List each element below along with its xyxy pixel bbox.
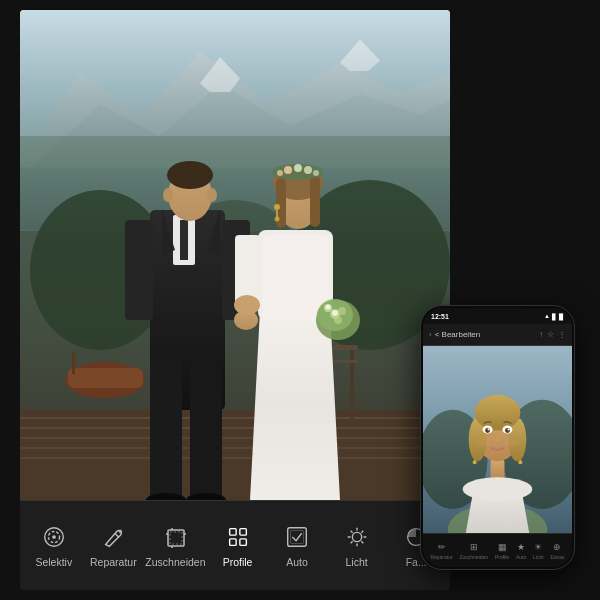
- svg-point-59: [294, 164, 302, 172]
- svg-rect-56: [310, 175, 320, 227]
- phone-back-button[interactable]: ‹: [429, 330, 432, 339]
- phone-tool-reparatur[interactable]: ✏ Reparatur: [430, 542, 452, 560]
- reparatur-icon: [99, 523, 127, 551]
- svg-point-60: [304, 166, 312, 174]
- phone-toolbar: ✏ Reparatur ⊞ Zuschneiden ▦ Profile ★ Au…: [423, 533, 572, 567]
- svg-point-34: [207, 188, 217, 202]
- svg-point-32: [167, 161, 213, 189]
- svg-point-63: [274, 204, 280, 210]
- phone-licht-label: Licht: [533, 554, 544, 560]
- phone-photo-area[interactable]: [423, 346, 572, 533]
- phone-overlay: 12:51 ▲ ▊ ▉ ‹ < Bearbeiten ↑ ☆ ⋮: [420, 305, 575, 570]
- zuschneiden-icon: [161, 523, 189, 551]
- phone-app-header: ‹ < Bearbeiten ↑ ☆ ⋮: [423, 324, 572, 346]
- svg-line-86: [350, 541, 352, 543]
- svg-line-83: [350, 531, 352, 533]
- svg-point-44: [234, 295, 260, 315]
- tool-auto[interactable]: Auto: [270, 523, 325, 568]
- phone-profile-icon: ▦: [498, 542, 507, 552]
- phone-auto-label: Auto: [516, 554, 526, 560]
- svg-rect-30: [180, 220, 188, 260]
- svg-rect-75: [239, 539, 246, 546]
- phone-profile-label: Profile: [495, 554, 509, 560]
- svg-line-85: [361, 531, 363, 533]
- svg-rect-23: [72, 352, 75, 374]
- tool-zuschneiden[interactable]: Zuschneiden: [145, 523, 205, 568]
- svg-point-118: [476, 439, 490, 447]
- phone-header-title: < Bearbeiten: [435, 330, 481, 339]
- svg-point-50: [334, 316, 342, 324]
- svg-rect-42: [262, 235, 329, 320]
- svg-marker-40: [250, 310, 340, 500]
- phone-header-action-icons: ↑ ☆ ⋮: [539, 330, 566, 339]
- phone-tool-zuschneiden[interactable]: ⊞ Zuschneiden: [459, 542, 488, 560]
- tool-licht[interactable]: Licht: [329, 523, 384, 568]
- svg-point-113: [485, 428, 490, 433]
- zuschneiden-label: Zuschneiden: [145, 556, 205, 568]
- svg-point-58: [284, 166, 292, 174]
- phone-screen: 12:51 ▲ ▊ ▉ ‹ < Bearbeiten ↑ ☆ ⋮: [423, 308, 572, 567]
- svg-point-117: [494, 437, 502, 442]
- auto-label: Auto: [286, 556, 308, 568]
- svg-rect-37: [125, 220, 153, 320]
- phone-tool-auto[interactable]: ★ Auto: [516, 542, 526, 560]
- selektiv-icon: [40, 523, 68, 551]
- svg-point-110: [475, 395, 521, 431]
- svg-point-69: [119, 530, 123, 534]
- tool-selektiv[interactable]: Selektiv: [26, 523, 81, 568]
- phone-licht-icon: ☀: [534, 542, 542, 552]
- svg-point-115: [488, 429, 490, 431]
- phone-reparatur-icon: ✏: [438, 542, 446, 552]
- phone-zuschneiden-icon: ⊞: [470, 542, 478, 552]
- editor-toolbar: Selektiv Reparatur: [20, 500, 450, 590]
- phone-reparatur-label: Reparatur: [430, 554, 452, 560]
- signal-icon: ▊: [552, 313, 557, 320]
- phone-header-left: ‹ < Bearbeiten: [429, 330, 480, 339]
- wifi-icon: ▲: [544, 313, 550, 319]
- svg-rect-26: [190, 360, 222, 500]
- svg-point-62: [313, 170, 319, 176]
- svg-rect-74: [229, 539, 236, 546]
- phone-zuschneiden-label: Zuschneiden: [459, 554, 488, 560]
- svg-point-116: [507, 429, 509, 431]
- photo-area[interactable]: [20, 10, 450, 500]
- svg-line-84: [361, 541, 363, 543]
- svg-point-51: [332, 310, 338, 316]
- svg-rect-11: [20, 410, 450, 500]
- scene: Selektiv Reparatur: [0, 0, 600, 600]
- battery-icon: ▉: [559, 313, 564, 320]
- svg-point-49: [338, 307, 346, 315]
- svg-point-61: [277, 170, 283, 176]
- phone-tool-extras[interactable]: ⊕ Extras: [550, 542, 564, 560]
- profile-label: Profile: [223, 556, 253, 568]
- phone-share-icon[interactable]: ↑: [539, 330, 543, 339]
- svg-rect-22: [68, 368, 143, 388]
- tool-reparatur[interactable]: Reparatur: [86, 523, 141, 568]
- wedding-scene-svg: [20, 10, 450, 500]
- svg-point-119: [505, 439, 519, 447]
- svg-rect-73: [239, 529, 246, 536]
- selektiv-label: Selektiv: [35, 556, 72, 568]
- phone-auto-icon: ★: [517, 542, 525, 552]
- svg-rect-99: [491, 459, 505, 479]
- licht-icon: [343, 523, 371, 551]
- phone-more-icon[interactable]: ⋮: [558, 330, 566, 339]
- phone-time: 12:51: [431, 313, 449, 320]
- phone-star-icon[interactable]: ☆: [547, 330, 554, 339]
- svg-rect-25: [150, 360, 182, 500]
- phone-extras-label: Extras: [550, 554, 564, 560]
- svg-rect-72: [229, 529, 236, 536]
- phone-tool-licht[interactable]: ☀ Licht: [533, 542, 544, 560]
- svg-point-52: [326, 305, 331, 310]
- svg-rect-18: [350, 345, 354, 420]
- tool-profile[interactable]: Profile: [210, 523, 265, 568]
- phone-status-icons: ▲ ▊ ▉: [544, 313, 564, 320]
- main-editor-panel: Selektiv Reparatur: [20, 10, 450, 590]
- phone-status-bar: 12:51 ▲ ▊ ▉: [423, 308, 572, 324]
- svg-point-65: [275, 217, 280, 222]
- phone-tool-profile[interactable]: ▦ Profile: [495, 542, 509, 560]
- auto-icon: [283, 523, 311, 551]
- svg-rect-43: [235, 235, 260, 305]
- svg-rect-71: [170, 532, 182, 544]
- phone-portrait-svg: [423, 346, 572, 533]
